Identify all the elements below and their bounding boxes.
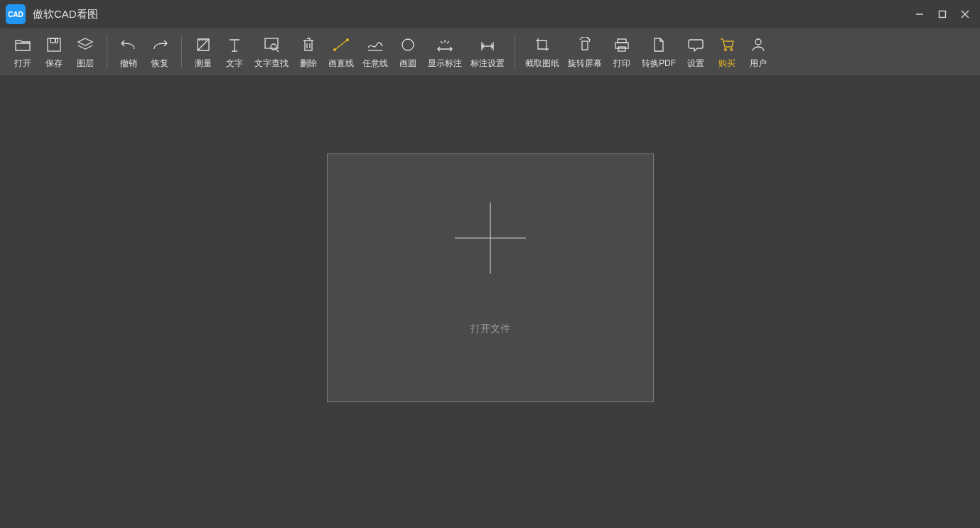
separator-icon <box>515 36 515 68</box>
crop-icon <box>531 35 554 55</box>
delete-label: 删除 <box>300 58 317 70</box>
text-icon <box>223 35 246 55</box>
window-controls <box>910 5 974 23</box>
crop-button[interactable]: 截取图纸 <box>521 32 564 72</box>
svg-line-9 <box>276 49 279 52</box>
layers-icon <box>74 35 97 55</box>
pdf-icon <box>647 35 670 55</box>
rotate-screen-button[interactable]: 旋转屏幕 <box>564 32 606 72</box>
plus-icon <box>451 199 529 280</box>
cart-icon <box>716 35 738 55</box>
redo-button[interactable]: 恢复 <box>144 32 176 72</box>
draw-line-button[interactable]: 画直线 <box>324 32 358 72</box>
buy-button[interactable]: 购买 <box>711 32 743 72</box>
toolbar: 打开 保存 图层 撤销 恢复 测量 文字 <box>0 28 980 75</box>
show-annotations-label: 显示标注 <box>428 58 462 70</box>
user-button[interactable]: 用户 <box>743 32 774 72</box>
buy-label: 购买 <box>718 58 736 70</box>
save-button[interactable]: 保存 <box>38 32 70 72</box>
show-annotations-icon <box>434 35 456 55</box>
svg-point-12 <box>346 38 349 41</box>
svg-line-10 <box>335 40 348 50</box>
undo-button[interactable]: 撤销 <box>113 32 144 72</box>
open-button[interactable]: 打开 <box>7 32 38 72</box>
convert-pdf-button[interactable]: 转换PDF <box>637 32 680 72</box>
annotation-settings-button[interactable]: 标注设置 <box>466 32 509 72</box>
find-text-label: 文字查找 <box>254 58 289 70</box>
chat-icon <box>684 35 707 55</box>
undo-icon <box>117 35 140 55</box>
separator-icon <box>181 36 182 68</box>
measure-button[interactable]: 测量 <box>188 32 219 72</box>
svg-point-8 <box>271 44 276 50</box>
svg-rect-15 <box>582 41 588 50</box>
save-icon <box>43 35 65 55</box>
user-label: 用户 <box>750 58 767 70</box>
print-label: 打印 <box>613 58 630 70</box>
find-text-button[interactable]: 文字查找 <box>250 32 293 72</box>
print-button[interactable]: 打印 <box>606 32 637 72</box>
svg-rect-18 <box>618 47 625 51</box>
circle-icon <box>397 35 419 55</box>
svg-point-21 <box>755 39 761 45</box>
draw-circle-button[interactable]: 画圆 <box>392 32 424 72</box>
freehand-label: 任意线 <box>362 58 388 70</box>
measure-label: 测量 <box>195 58 212 70</box>
separator-icon <box>107 36 107 68</box>
close-button[interactable] <box>956 5 974 23</box>
svg-rect-7 <box>265 38 278 48</box>
undo-label: 撤销 <box>120 58 137 70</box>
ruler-icon <box>192 35 215 55</box>
svg-rect-16 <box>618 39 626 43</box>
print-icon <box>610 35 633 55</box>
svg-rect-4 <box>48 38 60 51</box>
titlebar: CAD 傲软CAD看图 <box>0 0 980 28</box>
open-file-dropzone[interactable]: 打开文件 <box>327 153 654 402</box>
svg-point-19 <box>725 48 727 50</box>
svg-rect-1 <box>939 11 946 18</box>
show-annotations-button[interactable]: 显示标注 <box>424 32 466 72</box>
rotate-icon <box>574 35 596 55</box>
freehand-button[interactable]: 任意线 <box>358 32 392 72</box>
layers-button[interactable]: 图层 <box>70 32 101 72</box>
settings-label: 设置 <box>687 58 704 70</box>
convert-pdf-label: 转换PDF <box>642 58 676 70</box>
text-button[interactable]: 文字 <box>219 32 250 72</box>
draw-circle-label: 画圆 <box>399 58 416 70</box>
minimize-button[interactable] <box>910 5 929 23</box>
annotation-settings-label: 标注设置 <box>470 58 505 70</box>
open-label: 打开 <box>14 58 31 70</box>
trash-icon <box>297 35 320 55</box>
user-icon <box>747 35 770 55</box>
svg-rect-5 <box>50 38 58 43</box>
redo-icon <box>149 35 171 55</box>
text-label: 文字 <box>226 58 243 70</box>
annotation-settings-icon <box>476 35 499 55</box>
open-file-label: 打开文件 <box>470 323 510 335</box>
svg-rect-17 <box>615 43 628 48</box>
find-text-icon <box>260 35 283 55</box>
svg-point-14 <box>402 39 414 50</box>
svg-point-11 <box>333 48 336 51</box>
draw-line-label: 画直线 <box>328 58 354 70</box>
app-logo-icon: CAD <box>6 4 26 24</box>
crop-label: 截取图纸 <box>525 58 559 70</box>
freehand-icon <box>364 35 387 55</box>
maximize-button[interactable] <box>933 5 952 23</box>
svg-rect-6 <box>55 39 56 42</box>
line-icon <box>330 35 352 55</box>
layers-label: 图层 <box>77 58 94 70</box>
svg-point-20 <box>731 48 733 50</box>
canvas-area: 打开文件 <box>0 75 980 528</box>
delete-button[interactable]: 删除 <box>293 32 324 72</box>
folder-open-icon <box>11 35 34 55</box>
settings-button[interactable]: 设置 <box>680 32 711 72</box>
redo-label: 恢复 <box>151 58 168 70</box>
rotate-screen-label: 旋转屏幕 <box>568 58 602 70</box>
window-title: 傲软CAD看图 <box>33 8 98 21</box>
save-label: 保存 <box>45 58 63 70</box>
